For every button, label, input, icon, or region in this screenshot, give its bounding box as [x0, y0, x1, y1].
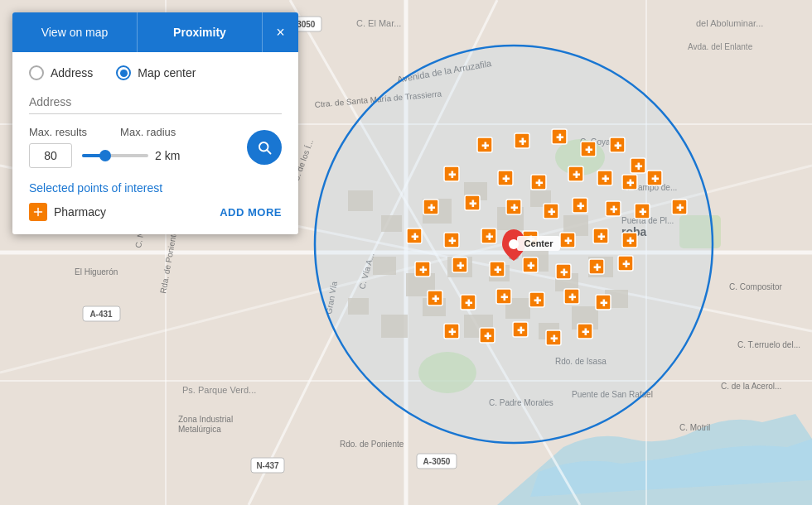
close-button[interactable]: ×	[262, 12, 298, 52]
svg-text:✚: ✚	[500, 292, 509, 302]
svg-text:✚: ✚	[585, 145, 593, 155]
svg-text:✚: ✚	[502, 174, 510, 184]
svg-text:✚: ✚	[651, 174, 660, 184]
svg-text:✚: ✚	[577, 201, 585, 211]
svg-text:Metalúrgica: Metalúrgica	[178, 425, 221, 434]
svg-text:✚: ✚	[411, 232, 419, 242]
svg-text:Ps. Parque Verd...: Ps. Parque Verd...	[182, 385, 256, 395]
poi-row: Pharmacy ADD MORE	[29, 203, 282, 221]
svg-text:✚: ✚	[556, 132, 564, 142]
svg-text:N-437: N-437	[256, 461, 279, 470]
svg-text:C. El Mar...: C. El Mar...	[356, 18, 401, 28]
svg-text:✚: ✚	[597, 232, 606, 242]
source-selection: Address Map center	[29, 65, 282, 80]
search-icon	[257, 140, 272, 155]
svg-text:✚: ✚	[419, 265, 428, 275]
svg-text:✚: ✚	[448, 327, 457, 337]
svg-text:A-3050: A-3050	[423, 457, 451, 466]
radio-map-center[interactable]: Map center	[116, 65, 196, 80]
svg-text:✚: ✚	[550, 334, 558, 344]
svg-text:✚: ✚	[622, 259, 631, 269]
svg-text:C. Motril: C. Motril	[679, 423, 710, 432]
search-button[interactable]	[247, 130, 282, 165]
svg-text:✚: ✚	[676, 203, 684, 213]
max-radius-label: Max. radius	[120, 126, 176, 138]
panel-header: View on map Proximity ×	[12, 12, 298, 52]
svg-text:✚: ✚	[519, 137, 527, 147]
poi-icon	[29, 203, 47, 221]
svg-text:✚: ✚	[448, 236, 457, 246]
radio-address[interactable]: Address	[29, 65, 93, 80]
svg-text:✚: ✚	[457, 261, 465, 271]
svg-text:Avda. del Enlante: Avda. del Enlante	[688, 42, 753, 51]
svg-text:✚: ✚	[639, 207, 647, 217]
svg-text:✚: ✚	[484, 331, 492, 341]
svg-text:✚: ✚	[635, 161, 643, 171]
svg-text:✚: ✚	[494, 265, 502, 275]
svg-text:✚: ✚	[560, 267, 568, 277]
svg-text:✚: ✚	[432, 294, 440, 304]
params-left: Max. results Max. radius 80 2 km	[29, 126, 247, 168]
selected-poi-title: Selected points of interest	[29, 181, 282, 195]
slider-track[interactable]	[82, 154, 148, 157]
panel-body: Address Map center Max. results Max. rad…	[12, 52, 298, 234]
radio-map-center-label: Map center	[138, 66, 196, 79]
svg-text:✚: ✚	[626, 178, 635, 188]
svg-text:✚: ✚	[517, 325, 525, 335]
svg-text:✚: ✚	[593, 262, 602, 272]
radio-circle-address	[29, 65, 44, 80]
svg-text:✚: ✚	[534, 296, 542, 305]
svg-text:✚: ✚	[610, 204, 618, 214]
svg-text:C. de la Acerol...: C. de la Acerol...	[721, 382, 781, 391]
svg-text:del Aboluminar...: del Aboluminar...	[696, 18, 763, 28]
pharmacy-cross-icon	[33, 207, 43, 217]
svg-text:✚: ✚	[582, 327, 590, 337]
svg-text:✚: ✚	[428, 203, 436, 213]
svg-text:✚: ✚	[548, 207, 556, 217]
tab-proximity[interactable]: Proximity	[138, 12, 262, 52]
radio-address-label: Address	[51, 66, 93, 79]
address-input[interactable]	[29, 92, 282, 114]
max-results-label: Max. results	[29, 126, 87, 138]
svg-text:Rdo. de Poniente: Rdo. de Poniente	[340, 440, 404, 449]
tab-view-on-map[interactable]: View on map	[12, 12, 138, 52]
svg-text:✚: ✚	[602, 174, 610, 184]
params-labels: Max. results Max. radius	[29, 126, 247, 138]
svg-text:✚: ✚	[481, 141, 490, 151]
svg-text:✚: ✚	[527, 261, 535, 271]
svg-text:✚: ✚	[600, 298, 608, 308]
svg-text:✚: ✚	[535, 178, 544, 188]
svg-text:✚: ✚	[510, 203, 519, 213]
svg-text:✚: ✚	[564, 236, 573, 246]
radio-circle-map-center	[116, 65, 131, 80]
svg-text:✚: ✚	[573, 170, 581, 180]
svg-text:✚: ✚	[469, 199, 477, 209]
poi-name: Pharmacy	[54, 205, 106, 219]
radius-slider-container: 2 km	[82, 149, 247, 162]
svg-text:Zona Industrial: Zona Industrial	[178, 415, 233, 424]
svg-text:El Higuerón: El Higuerón	[75, 267, 118, 277]
svg-text:Center: Center	[524, 238, 554, 248]
poi-left: Pharmacy	[29, 203, 106, 221]
svg-text:C. Compositor: C. Compositor	[729, 282, 783, 291]
svg-text:✚: ✚	[568, 292, 577, 302]
params-row: Max. results Max. radius 80 2 km	[29, 126, 282, 168]
svg-text:C. T.erruelo del...: C. T.erruelo del...	[737, 340, 800, 349]
add-more-button[interactable]: ADD MORE	[220, 206, 282, 219]
svg-text:✚: ✚	[486, 232, 494, 242]
max-results-value[interactable]: 80	[29, 143, 72, 168]
map-container: Avenida de la Arruzafila Ctra. de Santa …	[0, 0, 812, 505]
svg-text:✚: ✚	[614, 141, 622, 151]
svg-text:A-431: A-431	[89, 310, 113, 319]
proximity-panel: View on map Proximity × Address Map cent…	[12, 12, 298, 234]
svg-text:✚: ✚	[465, 298, 473, 308]
svg-line-176	[267, 150, 270, 153]
svg-text:✚: ✚	[448, 170, 457, 180]
km-value: 2 km	[155, 149, 180, 162]
svg-text:✚: ✚	[626, 236, 635, 246]
slider-thumb[interactable]	[99, 150, 111, 161]
